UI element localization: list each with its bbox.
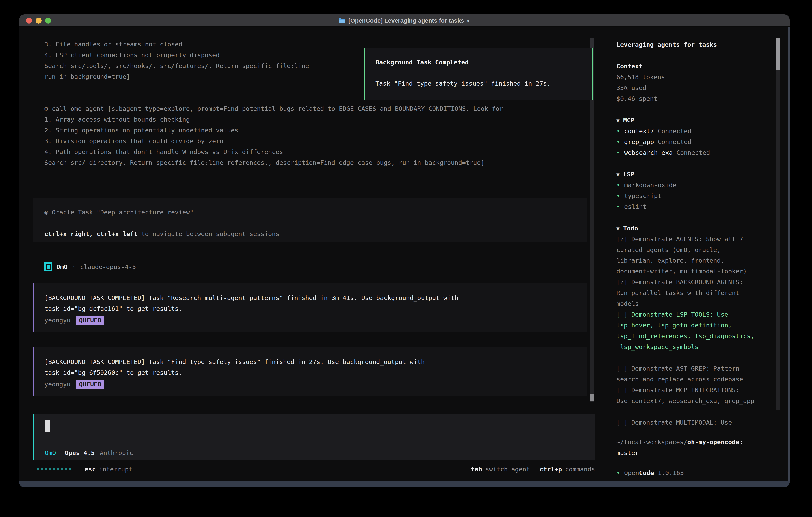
bullet-icon: •: [616, 138, 620, 145]
context-used: 33% used: [616, 82, 646, 93]
separator-dot: ·: [72, 262, 76, 272]
todo-line: [ ] Demonstrate AST-GREP: Pattern: [616, 363, 740, 374]
bullet-icon: •: [616, 203, 620, 210]
todo-line: curated agents (OmO, oracle,: [616, 244, 721, 255]
queued-status-badge: QUEUED: [76, 316, 105, 325]
active-agent-label[interactable]: OmO: [45, 447, 56, 458]
bullet-icon: •: [616, 127, 620, 135]
main-scrollbar-thumb[interactable]: [590, 394, 594, 401]
gear-icon: ⚙: [45, 105, 48, 112]
agent-checkbox-icon: [45, 263, 52, 271]
tab-key-hint: tab: [471, 464, 482, 474]
toast-body: Task "Find type safety issues" finished …: [375, 78, 551, 89]
todo-line: librarian, explore, frontend,: [616, 255, 724, 266]
session-title: Leveraging agents for tasks: [616, 39, 717, 50]
esc-action-hint: interrupt: [99, 464, 133, 474]
message-line: [BACKGROUND TASK COMPLETED] Task "Resear…: [45, 293, 458, 303]
terminal-line: run_in_background=true]: [45, 71, 309, 82]
hint-text: to navigate between subagent sessions: [138, 230, 279, 237]
todo-line: document-writer, multimodal-looker): [616, 266, 747, 277]
tab-action-hint: switch agent: [485, 464, 530, 474]
titlebar: [OpenCode] Leveraging agents for tasks ◐: [19, 15, 790, 27]
main-scrollbar-top-segment: [590, 38, 594, 48]
input-footer: OmO Opus 4.5 Anthropic: [45, 447, 133, 458]
todo-line: Use context7, websearch_exa, grep_app: [616, 396, 754, 406]
terminal-line: Search src/tools/, src/hooks/, src/featu…: [45, 60, 309, 71]
queued-status-badge: QUEUED: [76, 380, 105, 389]
chevron-down-icon: ▼: [616, 117, 619, 124]
lsp-section-header[interactable]: ▼LSP: [616, 169, 634, 180]
mcp-item: •context7 Connected: [616, 126, 691, 136]
todo-line: [ ] Demonstrate MCP INTEGRATIONS:: [616, 385, 740, 396]
todo-line-active: lsp_workspace_symbols: [616, 342, 698, 352]
todo-line-active: lsp_find_references, lsp_diagnostics,: [616, 331, 754, 342]
context-spent: $0.46 spent: [616, 93, 657, 104]
todo-line: search and replace across codebase: [616, 374, 743, 385]
lsp-item: •markdown-oxide: [616, 180, 676, 190]
ctrlp-action-hint: commands: [565, 464, 595, 474]
bullet-icon: •: [616, 192, 620, 199]
window-right-edge: [788, 27, 790, 487]
oracle-icon: ◉: [45, 209, 48, 216]
tool-call-header: ⚙ call_omo_agent [subagent_type=explore,…: [45, 103, 503, 114]
opencode-terminal-window: [OpenCode] Leveraging agents for tasks ◐…: [19, 15, 790, 487]
terminal-line: 4. LSP client connections not properly d…: [45, 50, 309, 60]
message-author: yeongyu: [45, 379, 70, 390]
workspace-branch: master: [616, 447, 639, 458]
todo-section-header[interactable]: ▼Todo: [616, 223, 638, 234]
message-line: [BACKGROUND TASK COMPLETED] Task "Find t…: [45, 356, 425, 367]
todo-line: models: [616, 298, 639, 309]
context-heading: Context: [616, 61, 643, 72]
tool-call-line: 4. Path operations that don't handle Win…: [45, 146, 503, 157]
sidebar-scrollbar[interactable]: [776, 38, 780, 410]
tool-call-line: 2. String operations on potentially unde…: [45, 125, 503, 136]
window-title-area: [OpenCode] Leveraging agents for tasks ◐: [19, 15, 790, 27]
agent-name: OmO: [56, 262, 67, 272]
todo-line: [✓] Demonstrate BACKGROUND AGENTS:: [616, 277, 743, 288]
message-line: task_id="bg_6f59260c" to get results.: [45, 367, 182, 378]
terminal-scrollback: 3. File handles or streams not closed 4.…: [45, 39, 309, 82]
status-bar: esc interrupt tab switch agent ctrl+p co…: [37, 464, 595, 474]
mcp-item: •websearch_exa Connected: [616, 147, 710, 158]
context-tokens: 66,518 tokens: [616, 72, 665, 82]
folder-icon: [339, 18, 346, 24]
tool-call-line: 3. Division operations that could divide…: [45, 136, 503, 146]
chevron-down-icon: ▼: [616, 225, 619, 232]
window-bottom-edge: [19, 482, 790, 487]
chevron-down-icon: ▼: [616, 171, 619, 178]
bullet-icon: •: [616, 469, 620, 477]
lsp-item: •typescript: [616, 190, 661, 201]
ctrlp-key-hint: ctrl+p: [540, 464, 562, 474]
lsp-item: •eslint: [616, 201, 646, 212]
hint-keys: ctrl+x right, ctrl+x left: [45, 230, 138, 237]
active-model-label[interactable]: Opus 4.5: [65, 447, 94, 458]
oracle-task-panel: ◉ Oracle Task "Deep architecture review"…: [33, 198, 587, 242]
todo-line-active: [ ] Demonstrate LSP TOOLS: Use: [616, 309, 728, 320]
bullet-icon: •: [616, 149, 620, 156]
agent-session-header[interactable]: OmO · claude-opus-4-5: [45, 262, 136, 272]
agent-model: claude-opus-4-5: [80, 262, 136, 272]
todo-line-active: lsp_hover, lsp_goto_definition,: [616, 320, 732, 331]
window-title: [OpenCode] Leveraging agents for tasks: [348, 17, 464, 24]
tool-call-line: 1. Array access without bounds checking: [45, 114, 503, 125]
oracle-hint: ctrl+x right, ctrl+x left to navigate be…: [45, 228, 279, 239]
tool-call-line: Search src/ directory. Return specific f…: [45, 157, 503, 168]
mcp-section-header[interactable]: ▼MCP: [616, 115, 634, 126]
todo-line: Run parallel tasks with different: [616, 288, 740, 298]
prompt-input[interactable]: OmO Opus 4.5 Anthropic: [33, 414, 595, 460]
esc-key-hint: esc: [85, 464, 96, 474]
mcp-item: •grep_app Connected: [616, 136, 691, 147]
tool-call-block: ⚙ call_omo_agent [subagent_type=explore,…: [45, 103, 503, 168]
message-meta: yeongyu QUEUED: [45, 379, 105, 390]
workspace-path: ~/local-workspaces/oh-my-opencode:: [616, 437, 743, 447]
background-task-toast: Background Task Completed Task "Find typ…: [364, 48, 593, 100]
text-cursor: [45, 420, 50, 432]
provider-label: Anthropic: [100, 447, 133, 458]
message-line: task_id="bg_dcfac161" to get results.: [45, 303, 182, 314]
sidebar-scrollbar-thumb[interactable]: [776, 38, 780, 70]
todo-line: [✓] Demonstrate AGENTS: Show all 7: [616, 234, 743, 244]
todo-line: [ ] Demonstrate MULTIMODAL: Use: [616, 417, 732, 428]
session-state-icon: ◐: [467, 17, 470, 24]
bullet-icon: •: [616, 181, 620, 189]
message-meta: yeongyu QUEUED: [45, 315, 105, 326]
